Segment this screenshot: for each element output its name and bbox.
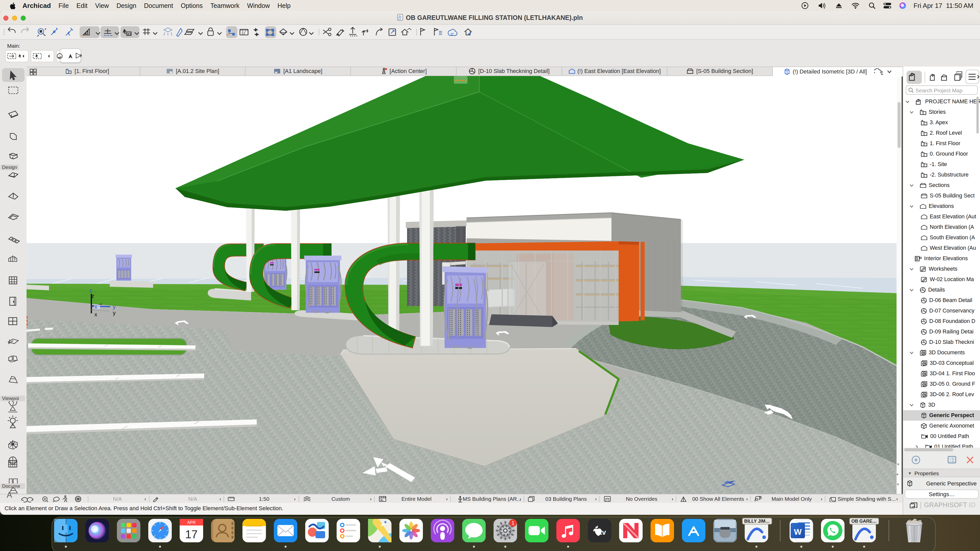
svg-text:◂: ◂ (897, 462, 899, 466)
svg-text:y: y (113, 303, 116, 310)
svg-text:XY: XY (127, 32, 131, 36)
svg-text:tv: tv (600, 528, 606, 536)
svg-text:12: 12 (242, 31, 245, 35)
svg-text:▸: ▸ (897, 472, 899, 476)
svg-text:W: W (794, 527, 802, 537)
svg-text:x: x (94, 311, 97, 318)
svg-text:▾: ▾ (897, 482, 899, 486)
svg-text:y: y (113, 310, 116, 316)
svg-text:x: x (94, 303, 97, 310)
svg-text:z: z (91, 293, 94, 299)
svg-text:1: 1 (511, 520, 514, 526)
svg-text:APR: APR (187, 520, 196, 525)
svg-text:17: 17 (185, 528, 198, 540)
